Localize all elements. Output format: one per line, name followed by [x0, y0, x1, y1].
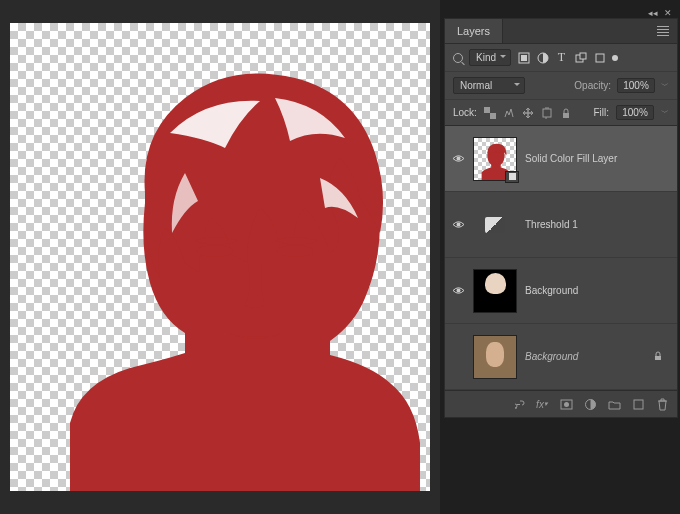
svg-rect-9 — [490, 113, 496, 119]
svg-rect-7 — [596, 54, 604, 62]
layer-row[interactable]: Threshold 1 — [445, 192, 677, 258]
visibility-toggle-icon[interactable] — [451, 284, 465, 297]
visibility-toggle-icon[interactable] — [451, 152, 465, 165]
layer-name[interactable]: Background — [525, 351, 645, 362]
adjustment-layer-icon[interactable] — [583, 397, 597, 411]
lock-image-icon[interactable] — [503, 107, 515, 119]
svg-point-12 — [456, 157, 460, 161]
lock-fill-row: Lock: Fill: 100% ﹀ — [445, 100, 677, 126]
svg-point-1 — [277, 245, 313, 257]
filter-toggle-icon[interactable] — [612, 55, 618, 61]
mask-link-icon — [505, 171, 519, 183]
panel-tab-bar: Layers — [445, 19, 677, 44]
svg-rect-19 — [634, 400, 643, 409]
lock-artboard-icon[interactable] — [541, 107, 553, 119]
layer-row[interactable]: Background — [445, 258, 677, 324]
layer-name[interactable]: Solid Color Fill Layer — [525, 153, 671, 164]
svg-rect-11 — [563, 113, 569, 118]
lock-all-icon[interactable] — [560, 107, 572, 119]
delete-layer-icon[interactable] — [655, 397, 669, 411]
new-layer-icon[interactable] — [631, 397, 645, 411]
opacity-field[interactable]: 100% — [617, 78, 655, 93]
layer-name[interactable]: Background — [525, 285, 671, 296]
link-layers-icon[interactable] — [511, 397, 525, 411]
fill-field[interactable]: 100% — [616, 105, 654, 120]
opacity-label: Opacity: — [574, 80, 611, 91]
panel-close-icon[interactable]: ✕ — [664, 8, 672, 18]
layer-thumbnail[interactable] — [473, 269, 517, 313]
filter-adjustment-icon[interactable] — [536, 51, 549, 64]
lock-label: Lock: — [453, 107, 477, 118]
layer-thumbnail[interactable] — [473, 335, 517, 379]
fill-label: Fill: — [593, 107, 609, 118]
svg-point-17 — [564, 402, 569, 407]
search-icon — [453, 53, 463, 63]
layer-thumbnail[interactable] — [473, 137, 517, 181]
chevron-down-icon[interactable]: ﹀ — [661, 107, 669, 118]
canvas-artwork — [10, 23, 430, 491]
layer-fx-icon[interactable]: fx▾ — [535, 397, 549, 411]
visibility-toggle-icon[interactable] — [451, 218, 465, 231]
svg-rect-8 — [484, 107, 490, 113]
svg-rect-6 — [580, 53, 586, 59]
svg-point-13 — [456, 223, 460, 227]
filter-type-icon[interactable]: T — [555, 51, 568, 64]
chevron-down-icon[interactable]: ﹀ — [661, 80, 669, 91]
layer-row[interactable]: Background — [445, 324, 677, 390]
layer-row[interactable]: Solid Color Fill Layer — [445, 126, 677, 192]
lock-icon[interactable] — [653, 351, 665, 363]
layer-thumbnail[interactable] — [473, 203, 517, 247]
document-canvas[interactable] — [10, 23, 430, 491]
svg-rect-10 — [543, 109, 551, 117]
layer-mask-icon[interactable] — [559, 397, 573, 411]
layer-name[interactable]: Threshold 1 — [525, 219, 671, 230]
svg-rect-15 — [655, 356, 661, 360]
layers-panel-container: ◂◂ ✕ Layers Kind T Normal Opacity: 100% … — [444, 8, 678, 418]
tab-layers[interactable]: Layers — [445, 19, 503, 43]
layers-list: Solid Color Fill LayerThreshold 1Backgro… — [445, 126, 677, 390]
panel-menu-icon[interactable] — [657, 26, 669, 36]
filter-shape-icon[interactable] — [574, 51, 587, 64]
svg-point-14 — [456, 289, 460, 293]
layers-panel: Layers Kind T Normal Opacity: 100% ﹀ Loc… — [444, 18, 678, 418]
lock-position-icon[interactable] — [522, 107, 534, 119]
layer-filter-row: Kind T — [445, 44, 677, 72]
blend-mode-dropdown[interactable]: Normal — [453, 77, 525, 94]
filter-kind-dropdown[interactable]: Kind — [469, 49, 511, 66]
filter-smart-icon[interactable] — [593, 51, 606, 64]
blend-opacity-row: Normal Opacity: 100% ﹀ — [445, 72, 677, 100]
panel-collapse-icon[interactable]: ◂◂ — [648, 8, 658, 18]
document-workspace — [0, 0, 440, 514]
filter-pixel-icon[interactable] — [517, 51, 530, 64]
group-icon[interactable] — [607, 397, 621, 411]
svg-point-0 — [197, 245, 233, 257]
svg-rect-3 — [521, 55, 527, 61]
layers-panel-footer: fx▾ — [445, 390, 677, 417]
lock-transparency-icon[interactable] — [484, 107, 496, 119]
